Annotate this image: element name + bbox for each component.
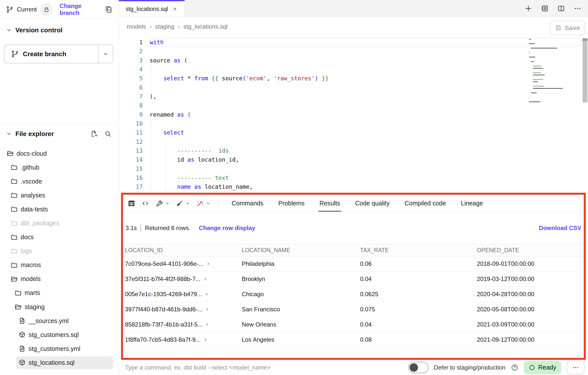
download-csv-link[interactable]: Download CSV <box>539 225 581 232</box>
row-expand-icon[interactable] <box>205 307 210 312</box>
column-header-opened_date[interactable]: OPENED_DATE <box>475 247 584 254</box>
split-pane-icon[interactable] <box>557 4 565 12</box>
column-header-location_name[interactable]: LOCATION_NAME <box>240 247 358 254</box>
code-lines[interactable]: withsource as ( select * from {{ source(… <box>150 38 581 191</box>
tree-item-data-tests[interactable]: data-tests <box>0 202 119 216</box>
panel-tab-lineage[interactable]: Lineage <box>454 195 491 212</box>
code-line-4[interactable] <box>150 65 581 74</box>
change-row-display-link[interactable]: Change row display <box>199 225 255 232</box>
breadcrumb-item[interactable]: stg_locations.sql <box>183 23 227 30</box>
table-row[interactable]: 1f8ffa70-7cb5-4d83-8a7f-9...Los Angeles0… <box>123 332 584 347</box>
tree-item-macros[interactable]: macros <box>0 258 119 272</box>
code-line-16[interactable]: ---------- text <box>150 173 581 182</box>
more-dots-icon[interactable] <box>574 4 582 12</box>
panel-tab-compiled-code[interactable]: Compiled code <box>397 195 454 212</box>
code-line-10[interactable] <box>150 119 581 128</box>
file-explorer-header[interactable]: File explorer <box>0 127 119 140</box>
tree-item-logs[interactable]: logs <box>0 244 119 258</box>
row-expand-icon[interactable] <box>206 262 210 266</box>
column-header-location_id[interactable]: LOCATION_ID <box>123 247 240 254</box>
copy-icon[interactable] <box>105 5 113 13</box>
tree-item-stg-customers-sql[interactable]: stg_customers.sql <box>0 328 119 342</box>
table-row[interactable]: 005e7e1c-1935-4269-b479...Chicago0.06252… <box>123 287 584 302</box>
tree-item--github[interactable]: .github <box>0 160 119 174</box>
model-icon <box>18 331 26 338</box>
tree-item-stg-customers-yml[interactable]: stg_customers.yml <box>0 342 119 356</box>
code-line-13[interactable]: ---------- ids <box>150 146 581 155</box>
code-line-9[interactable]: renamed as ( <box>150 110 581 119</box>
tree-item--sources-yml[interactable]: __sources.yml <box>0 314 119 328</box>
broom-button[interactable] <box>176 199 190 207</box>
code-line-14[interactable]: id as location_id, <box>150 155 581 164</box>
chevron-down-icon[interactable] <box>165 201 170 206</box>
tree-item-docs[interactable]: docs <box>0 230 119 244</box>
tab-stg-locations-sql[interactable]: stg_locations.sql <box>119 0 185 17</box>
code-line-11[interactable]: select <box>150 128 581 137</box>
code-line-17[interactable]: name as location_name, <box>150 182 581 191</box>
code-line-2[interactable] <box>150 47 581 56</box>
create-branch-main[interactable]: Create branch <box>4 45 98 63</box>
table-row[interactable]: 37e5f311-b7f4-4f2f-988b-7...Brooklyn0.04… <box>123 272 584 287</box>
tree-item-staging[interactable]: staging <box>0 300 119 314</box>
tree-item-docs-cloud[interactable]: docs-cloud <box>0 146 119 160</box>
panel-tab-problems[interactable]: Problems <box>271 195 312 212</box>
save-button[interactable]: Save <box>550 21 585 35</box>
panel-tab-results[interactable]: Results <box>312 195 347 212</box>
version-control-header[interactable]: Version control <box>0 24 119 36</box>
panel-tab-commands[interactable]: Commands <box>224 195 271 212</box>
code-line-8[interactable] <box>150 101 581 110</box>
defer-toggle[interactable] <box>408 362 428 373</box>
new-file-icon[interactable] <box>90 130 98 138</box>
close-icon[interactable] <box>172 6 177 11</box>
tree-item-label: .github <box>21 164 39 171</box>
wrench-button[interactable] <box>155 199 170 207</box>
breadcrumb-item[interactable]: models <box>127 23 146 30</box>
code-line-12[interactable] <box>150 137 581 146</box>
row-expand-icon[interactable] <box>205 322 210 327</box>
code-line-15[interactable] <box>150 164 581 173</box>
tree-item-dbt-packages[interactable]: dbt_packages <box>0 216 119 230</box>
table-cell: New Orleans <box>240 321 358 328</box>
magic-wand-icon <box>196 199 204 207</box>
tree-item-marts[interactable]: marts <box>0 286 119 300</box>
column-header-tax_rate[interactable]: TAX_RATE <box>358 247 475 254</box>
chevron-down-icon[interactable] <box>206 201 210 206</box>
editor-scrollbar[interactable] <box>583 38 588 102</box>
tree-item-models[interactable]: models <box>0 272 119 286</box>
breadcrumb-item[interactable]: staging <box>155 23 174 30</box>
editor-header: models›staging›stg_locations.sql Save <box>119 17 588 36</box>
code-editor[interactable]: 1234567891011121314151617 withsource as … <box>119 36 588 193</box>
help-icon[interactable] <box>511 364 518 371</box>
layout-list-icon[interactable] <box>541 4 549 12</box>
tree-item--vscode[interactable]: .vscode <box>0 174 119 188</box>
create-branch-button[interactable]: Create branch <box>4 45 113 63</box>
chevron-down-icon[interactable] <box>185 201 190 206</box>
plus-icon[interactable] <box>524 4 532 12</box>
row-expand-icon[interactable] <box>205 292 209 296</box>
table-row[interactable]: 858218fb-73f7-4b1b-a31f-5...New Orleans0… <box>123 317 584 332</box>
magic-wand-button[interactable] <box>196 199 210 207</box>
panel-tab-code-quality[interactable]: Code quality <box>348 195 397 212</box>
file-icon <box>18 345 26 352</box>
create-branch-dropdown[interactable] <box>98 45 113 63</box>
table-row[interactable]: 3977f440-b87d-461b-9dd6-...San Francisco… <box>123 302 584 317</box>
code-preview-button[interactable] <box>141 199 149 207</box>
chevron-down-icon <box>103 51 109 57</box>
more-options-button[interactable] <box>567 361 585 375</box>
row-expand-icon[interactable] <box>203 337 208 342</box>
change-branch-link[interactable]: Change branch <box>60 2 101 16</box>
row-expand-icon[interactable] <box>203 277 208 281</box>
tree-item-analyses[interactable]: analyses <box>0 188 119 202</box>
minimap[interactable] <box>529 38 563 104</box>
tree-item-stg-locations-sql[interactable]: stg_locations.sql <box>0 356 119 370</box>
code-line-3[interactable]: source as ( <box>150 56 581 65</box>
code-line-7[interactable]: ), <box>150 92 581 101</box>
search-icon[interactable] <box>104 130 112 138</box>
code-line-6[interactable] <box>150 83 581 92</box>
table-grid-button[interactable] <box>127 199 135 207</box>
table-row[interactable]: 7c079cea-5ed4-4101-906e-...Philadelphia0… <box>123 256 584 272</box>
command-input[interactable]: Type a command, ex. dbt build --select <… <box>125 364 271 371</box>
code-line-1[interactable]: with <box>150 38 581 47</box>
file-tree: docs-cloud.github.vscodeanalysesdata-tes… <box>0 146 119 370</box>
code-line-5[interactable]: select * from {{ source('ecom', 'raw_sto… <box>150 74 581 83</box>
